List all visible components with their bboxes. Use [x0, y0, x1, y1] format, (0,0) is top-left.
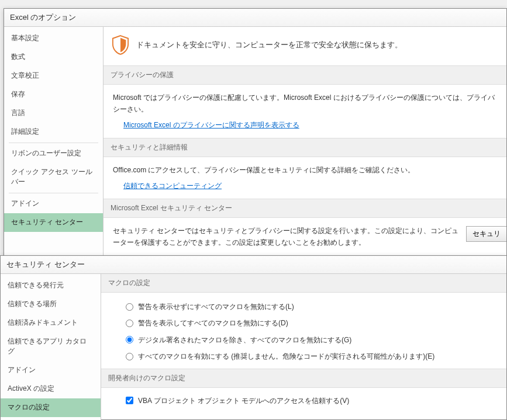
- sidebar-item-7[interactable]: 保護ビュー: [1, 417, 101, 420]
- options-sidebar: 基本設定数式文章校正保存言語詳細設定リボンのユーザー設定クイック アクセス ツー…: [4, 27, 104, 259]
- security-info-text: Office.com にアクセスして、プライバシー保護とセキュリティに関する詳細…: [113, 164, 497, 176]
- sidebar-item-4[interactable]: アドイン: [1, 361, 101, 380]
- macro-radio-0[interactable]: [126, 303, 133, 311]
- sidebar-item-5[interactable]: ActiveX の設定: [1, 380, 101, 398]
- sidebar-item-3[interactable]: 信頼できるアプリ カタログ: [1, 332, 101, 361]
- macro-option-label: 警告を表示してすべてのマクロを無効にする(D): [138, 317, 288, 329]
- options-content: ドキュメントを安全に守り、コンピューターを正常で安全な状態に保ちます。 プライバ…: [104, 27, 506, 259]
- vba-trust-row[interactable]: VBA プロジェクト オブジェクト モデルへのアクセスを信頼する(V): [111, 393, 497, 409]
- macro-option-label: すべてのマクロを有効にする (推奨しません。危険なコードが実行される可能性があり…: [138, 350, 434, 362]
- sidebar-item-0[interactable]: 信頼できる発行元: [1, 276, 101, 295]
- sidebar-item-1[interactable]: 信頼できる場所: [1, 295, 101, 314]
- privacy-text: Microsoft ではプライバシーの保護に配慮しています。Microsoft …: [113, 92, 497, 116]
- security-info-body: Office.com にアクセスして、プライバシー保護とセキュリティに関する詳細…: [104, 157, 506, 199]
- vba-trust-checkbox[interactable]: [126, 397, 133, 404]
- macro-settings-header: マクロの設定: [101, 274, 506, 293]
- sidebar-item-8[interactable]: アドイン: [4, 195, 103, 213]
- security-center-settings-button[interactable]: セキュリ: [466, 226, 506, 242]
- sidebar-item-6[interactable]: リボンのユーザー設定: [4, 144, 103, 163]
- sidebar-item-9[interactable]: セキュリティ センター: [4, 213, 103, 232]
- security-center-body: セキュリティ センターではセキュリティとプライバシーに関する設定を行います。この…: [104, 218, 506, 256]
- sidebar-item-2[interactable]: 信頼済みドキュメント: [1, 314, 101, 332]
- security-banner: ドキュメントを安全に守り、コンピューターを正常で安全な状態に保ちます。: [104, 27, 506, 65]
- sidebar-item-4[interactable]: 言語: [4, 104, 103, 123]
- security-center-header: Microsoft Excel セキュリティ センター: [104, 199, 506, 218]
- privacy-section-header: プライバシーの保護: [104, 65, 506, 85]
- macro-option-label: デジタル署名されたマクロを除き、すべてのマクロを無効にする(G): [138, 334, 351, 346]
- security-center-sidebar: 信頼できる発行元信頼できる場所信頼済みドキュメント信頼できるアプリ カタログアド…: [1, 274, 101, 420]
- macro-radio-3[interactable]: [126, 353, 133, 360]
- macro-option-0[interactable]: 警告を表示せずにすべてのマクロを無効にする(L): [111, 298, 497, 315]
- macro-option-1[interactable]: 警告を表示してすべてのマクロを無効にする(D): [111, 315, 497, 331]
- shield-icon: [112, 35, 129, 55]
- macro-options-group: 警告を表示せずにすべてのマクロを無効にする(L)警告を表示してすべてのマクロを無…: [101, 293, 506, 369]
- sidebar-item-3[interactable]: 保存: [4, 85, 103, 104]
- sidebar-item-2[interactable]: 文章校正: [4, 67, 103, 85]
- vba-trust-label: VBA プロジェクト オブジェクト モデルへのアクセスを信頼する(V): [138, 395, 349, 407]
- window-title: セキュリティ センター: [1, 256, 506, 274]
- developer-macro-header: 開発者向けのマクロ設定: [101, 369, 506, 388]
- privacy-statement-link[interactable]: Microsoft Excel のプライバシーに関する声明を表示する: [123, 119, 299, 131]
- security-info-header: セキュリティと詳細情報: [104, 138, 506, 157]
- security-center-text: セキュリティ センターではセキュリティとプライバシーに関する設定を行います。この…: [113, 225, 465, 249]
- developer-macro-body: VBA プロジェクト オブジェクト モデルへのアクセスを信頼する(V): [101, 388, 506, 416]
- sidebar-item-1[interactable]: 数式: [4, 48, 103, 67]
- privacy-section-body: Microsoft ではプライバシーの保護に配慮しています。Microsoft …: [104, 85, 506, 138]
- sidebar-item-6[interactable]: マクロの設定: [1, 398, 101, 417]
- macro-option-label: 警告を表示せずにすべてのマクロを無効にする(L): [138, 301, 294, 313]
- sidebar-item-5[interactable]: 詳細設定: [4, 123, 103, 141]
- banner-text: ドキュメントを安全に守り、コンピューターを正常で安全な状態に保ちます。: [136, 40, 402, 50]
- sidebar-item-0[interactable]: 基本設定: [4, 29, 103, 48]
- macro-option-3[interactable]: すべてのマクロを有効にする (推奨しません。危険なコードが実行される可能性があり…: [111, 348, 497, 365]
- excel-options-window: Excel のオプション 基本設定数式文章校正保存言語詳細設定リボンのユーザー設…: [4, 8, 507, 259]
- window-title: Excel のオプション: [4, 9, 506, 27]
- macro-option-2[interactable]: デジタル署名されたマクロを除き、すべてのマクロを無効にする(G): [111, 332, 497, 348]
- macro-radio-2[interactable]: [126, 336, 133, 343]
- sidebar-item-7[interactable]: クイック アクセス ツール バー: [4, 163, 103, 192]
- security-center-window: セキュリティ センター 信頼できる発行元信頼できる場所信頼済みドキュメント信頼で…: [0, 255, 507, 420]
- security-center-content: マクロの設定 警告を表示せずにすべてのマクロを無効にする(L)警告を表示してすべ…: [101, 274, 506, 420]
- trustworthy-computing-link[interactable]: 信頼できるコンピューティング: [123, 180, 222, 192]
- macro-radio-1[interactable]: [126, 320, 133, 327]
